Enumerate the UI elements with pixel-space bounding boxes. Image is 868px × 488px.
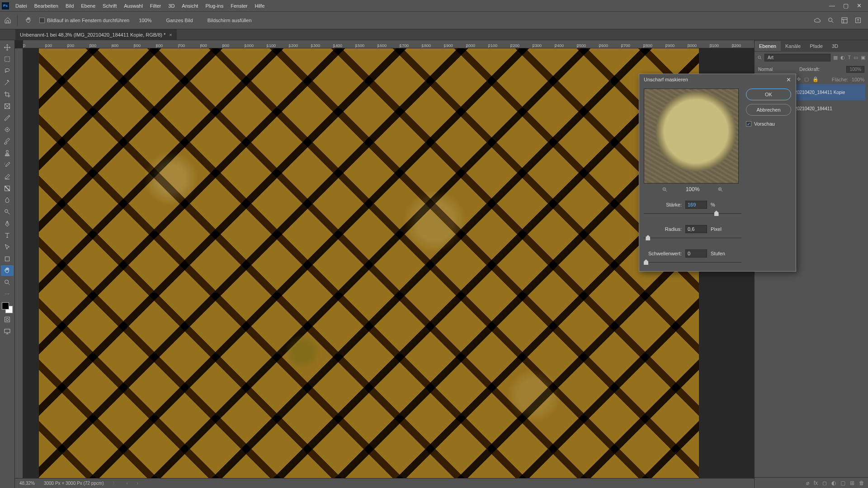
- blend-mode-dropdown[interactable]: Normal: [758, 67, 773, 72]
- threshold-unit: Stufen: [711, 251, 725, 256]
- cloud-icon[interactable]: [814, 17, 821, 24]
- color-swatches[interactable]: [2, 302, 13, 313]
- preview-checkbox[interactable]: ✓: [746, 121, 751, 127]
- blur-tool[interactable]: [1, 195, 14, 206]
- zoom-tool[interactable]: [1, 277, 14, 288]
- radius-slider[interactable]: [644, 235, 741, 241]
- scroll-all-checkbox[interactable]: [39, 18, 45, 23]
- menu-fenster[interactable]: Fenster: [227, 1, 251, 10]
- menu-bild[interactable]: Bild: [62, 1, 77, 10]
- delete-layer-icon[interactable]: 🗑: [859, 480, 864, 486]
- fill-label: Fläche:: [832, 77, 848, 82]
- menu-ansicht[interactable]: Ansicht: [178, 1, 202, 10]
- tab-3d[interactable]: 3D: [827, 41, 843, 51]
- brush-tool[interactable]: [1, 136, 14, 147]
- share-icon[interactable]: [854, 17, 862, 24]
- quick-mask-icon[interactable]: [1, 314, 14, 325]
- radius-unit: Pixel: [711, 226, 722, 232]
- tab-ebenen[interactable]: Ebenen: [755, 41, 781, 51]
- layer-mask-icon[interactable]: ◻: [822, 480, 827, 486]
- document-tab-close-icon[interactable]: ×: [169, 32, 172, 38]
- filter-type-icon[interactable]: T: [848, 55, 851, 61]
- menu-ebene[interactable]: Ebene: [77, 1, 99, 10]
- menu-datei[interactable]: Datei: [12, 1, 31, 10]
- lock-all-icon[interactable]: 🔒: [812, 76, 819, 82]
- svg-point-13: [758, 56, 761, 58]
- opacity-value[interactable]: 100%: [846, 66, 864, 73]
- tool-indicator-hand-icon[interactable]: [22, 15, 35, 26]
- move-tool[interactable]: [1, 42, 14, 53]
- ruler-tick: 1200: [289, 43, 311, 48]
- minimize-icon[interactable]: —: [829, 2, 835, 9]
- tab-kanaele[interactable]: Kanäle: [781, 41, 805, 51]
- marquee-tool[interactable]: [1, 54, 14, 65]
- close-icon[interactable]: ✕: [857, 2, 862, 9]
- history-brush-tool[interactable]: [1, 160, 14, 170]
- filter-adjust-icon[interactable]: ◐: [840, 55, 845, 61]
- hand-tool[interactable]: [1, 265, 14, 276]
- zoom-100-button[interactable]: 100%: [134, 16, 156, 25]
- fill-screen-button[interactable]: Bildschirm ausfüllen: [203, 16, 257, 25]
- magic-wand-tool[interactable]: [1, 77, 14, 88]
- dialog-close-icon[interactable]: ✕: [786, 76, 791, 83]
- threshold-input[interactable]: [685, 249, 707, 258]
- menu-filter[interactable]: Filter: [146, 1, 165, 10]
- screen-mode-icon[interactable]: [1, 326, 14, 337]
- ruler-tick: 1000: [245, 43, 267, 48]
- frame-tool[interactable]: [1, 101, 14, 112]
- lasso-tool[interactable]: [1, 66, 14, 76]
- layer-fx-icon[interactable]: fx: [814, 480, 818, 486]
- svg-rect-8: [5, 257, 9, 261]
- lock-artboard-icon[interactable]: ▢: [804, 76, 809, 82]
- fit-image-button[interactable]: Ganzes Bild: [161, 16, 198, 25]
- fill-value[interactable]: 100%: [852, 77, 864, 82]
- edit-toolbar[interactable]: ⋯: [1, 289, 14, 300]
- document-tab[interactable]: Unbenannt-1 bei 48,3% (IMG_20210420_1844…: [15, 29, 177, 40]
- gradient-tool[interactable]: [1, 183, 14, 194]
- ruler-tick: 800: [200, 43, 222, 48]
- menu-3d[interactable]: 3D: [165, 1, 178, 10]
- layer-filter-dropdown[interactable]: Art: [764, 54, 830, 61]
- link-layers-icon[interactable]: ⌀: [806, 480, 809, 486]
- threshold-slider[interactable]: [644, 259, 741, 266]
- radius-input[interactable]: [685, 225, 707, 233]
- workspace-icon[interactable]: [841, 17, 848, 24]
- path-select-tool[interactable]: [1, 242, 14, 253]
- amount-slider[interactable]: [644, 211, 741, 217]
- menu-schrift[interactable]: Schrift: [99, 1, 120, 10]
- menu-plugins[interactable]: Plug-ins: [202, 1, 227, 10]
- dialog-zoom-pct: 100%: [686, 186, 700, 192]
- cancel-button[interactable]: Abbrechen: [746, 104, 791, 116]
- menu-bearbeiten[interactable]: Bearbeiten: [31, 1, 62, 10]
- pen-tool[interactable]: [1, 218, 14, 229]
- group-icon[interactable]: ▢: [840, 480, 845, 486]
- menu-hilfe[interactable]: Hilfe: [251, 1, 268, 10]
- status-arrow-right-icon[interactable]: ›: [137, 481, 138, 486]
- dialog-preview[interactable]: [644, 89, 739, 183]
- new-layer-icon[interactable]: ⊞: [850, 480, 854, 486]
- filter-pixel-icon[interactable]: ▦: [833, 55, 838, 61]
- home-icon[interactable]: [3, 15, 13, 25]
- adjustment-layer-icon[interactable]: ◐: [831, 480, 836, 486]
- type-tool[interactable]: [1, 230, 14, 241]
- amount-input[interactable]: [685, 201, 707, 209]
- maximize-icon[interactable]: ▢: [843, 2, 849, 9]
- eyedropper-tool[interactable]: [1, 113, 14, 123]
- zoom-in-icon[interactable]: [717, 187, 723, 192]
- search-icon[interactable]: [827, 17, 835, 24]
- tab-pfade[interactable]: Pfade: [805, 41, 827, 51]
- eraser-tool[interactable]: [1, 171, 14, 182]
- status-arrow-left-icon[interactable]: ‹: [126, 481, 127, 486]
- shape-tool[interactable]: [1, 253, 14, 264]
- ok-button[interactable]: OK: [746, 89, 791, 100]
- filter-shape-icon[interactable]: ▭: [854, 55, 858, 61]
- menu-auswahl[interactable]: Auswahl: [120, 1, 146, 10]
- crop-tool[interactable]: [1, 89, 14, 100]
- healing-tool[interactable]: [1, 124, 14, 135]
- filter-smart-icon[interactable]: ▣: [861, 55, 865, 61]
- zoom-out-icon[interactable]: [662, 187, 668, 192]
- stamp-tool[interactable]: [1, 148, 14, 159]
- ruler-tick: 2800: [643, 43, 665, 48]
- lock-position-icon[interactable]: ✥: [797, 76, 801, 82]
- dodge-tool[interactable]: [1, 206, 14, 217]
